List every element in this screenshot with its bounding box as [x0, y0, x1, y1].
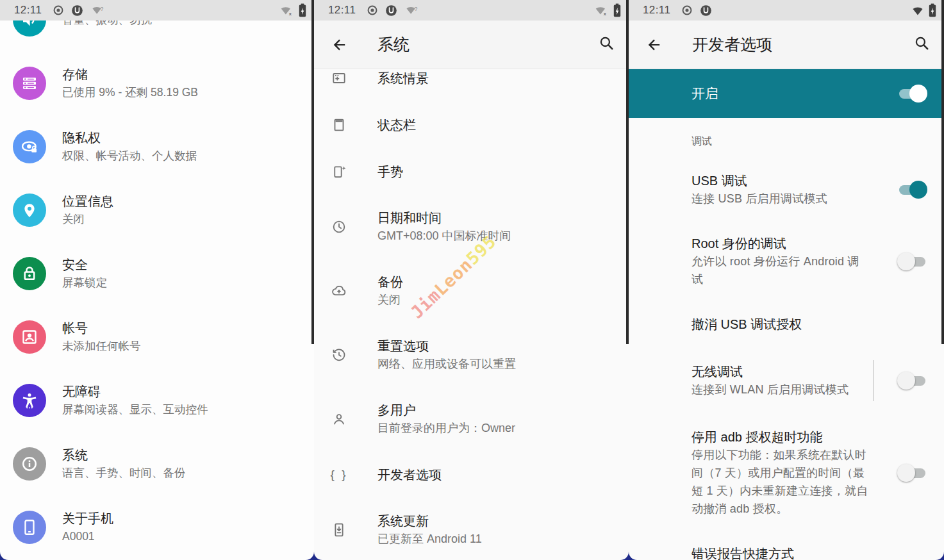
item-title: 停用 adb 授权超时功能 [691, 428, 869, 446]
item-subtitle: 未添加任何帐号 [62, 337, 141, 355]
toggle-switch-off[interactable] [897, 463, 927, 482]
section-header-debugging: 调试 [691, 135, 927, 149]
collage-divider [626, 0, 629, 344]
item-subtitle: 关闭 [377, 291, 403, 309]
settings-item-无障碍[interactable]: 无障碍屏幕阅读器、显示、互动控件 [0, 368, 314, 432]
dev-option-撤消 USB 调试授权[interactable]: 撤消 USB 调试授权 [691, 315, 927, 333]
item-subtitle: 停用以下功能：如果系统在默认时间（7 天）或用户配置的时间（最短 1 天）内未重… [691, 446, 869, 518]
item-subtitle: A0001 [62, 527, 113, 545]
back-arrow-icon[interactable] [314, 37, 364, 53]
settings-item-帐号[interactable]: 帐号未添加任何帐号 [0, 305, 314, 368]
svg-text:?: ? [415, 6, 418, 12]
braces-icon: { } [331, 466, 347, 483]
page-title: 开发者选项 [692, 34, 772, 55]
scene-icon [331, 70, 347, 86]
item-title: 关于手机 [62, 509, 113, 527]
settings-item-位置信息[interactable]: 位置信息关闭 [0, 178, 314, 242]
item-title: 错误报告快捷方式 [691, 545, 869, 560]
item-title: 开发者选项 [377, 466, 442, 484]
item-subtitle: 屏幕阅读器、显示、互动控件 [62, 400, 208, 418]
settings-item-存储[interactable]: 存储已使用 9% - 还剩 58.19 GB [0, 51, 314, 115]
item-subtitle: 允许以 root 身份运行 Android 调试 [691, 252, 869, 288]
system-info-icon [13, 447, 46, 481]
panel-developer-options: 12:11 开发者选项 开启 调试 USB 调试连接 USB 后启用调试模式Ro… [629, 0, 944, 560]
settings-list: 音量、振动、勿扰存储已使用 9% - 还剩 58.19 GB隐私权权限、帐号活动… [0, 21, 314, 560]
system-item-手势[interactable]: 手势 [314, 148, 629, 195]
dev-option-停用 adb 授权超时功能[interactable]: 停用 adb 授权超时功能停用以下功能：如果系统在默认时间（7 天）或用户配置的… [691, 428, 927, 518]
wifi-question-icon: ? [90, 4, 106, 16]
developer-options-master-banner: 开启 [629, 69, 944, 118]
dev-option-错误报告快捷方式[interactable]: 错误报告快捷方式 [691, 545, 927, 560]
page-title: 系统 [377, 34, 410, 55]
system-item-系统更新[interactable]: 系统更新已更新至 Android 11 [314, 498, 629, 560]
item-subtitle: 连接到 WLAN 后启用调试模式 [691, 381, 869, 399]
system-item-开发者选项[interactable]: { }开发者选项 [314, 451, 629, 498]
search-icon [599, 35, 615, 54]
status-bar: 12:11 [629, 0, 944, 21]
settings-item-关于手机[interactable]: 关于手机A0001 [0, 495, 314, 559]
back-arrow-icon[interactable] [629, 37, 679, 53]
item-subtitle: 已使用 9% - 还剩 58.19 GB [62, 83, 198, 101]
svg-text:?: ? [101, 6, 104, 12]
master-toggle-label: 开启 [691, 85, 897, 103]
developer-options-list: 调试 USB 调试连接 USB 后启用调试模式Root 身份的调试允许以 roo… [629, 118, 944, 560]
item-subtitle: 连接 USB 后启用调试模式 [691, 190, 869, 208]
item-title: 系统更新 [377, 512, 482, 530]
item-title: 撤消 USB 调试授权 [691, 315, 869, 333]
app-bar: 系统 [314, 21, 629, 69]
dev-option-USB 调试[interactable]: USB 调试连接 USB 后启用调试模式 [691, 172, 927, 208]
item-subtitle: 权限、帐号活动、个人数据 [62, 147, 197, 165]
item-title: USB 调试 [691, 172, 869, 190]
reset-icon [331, 347, 347, 363]
debug-u-icon [71, 4, 83, 17]
item-title: 存储 [62, 65, 198, 83]
toggle-switch-off[interactable] [897, 252, 927, 271]
settings-item-安全[interactable]: 安全屏幕锁定 [0, 242, 314, 305]
master-toggle-switch[interactable] [897, 84, 927, 103]
security-icon [13, 257, 46, 290]
item-title: 重置选项 [377, 337, 516, 355]
search-button[interactable] [599, 35, 615, 54]
status-time: 12:11 [643, 4, 670, 17]
panel-settings-home: 12:11 ? x 音量、振动、勿扰存储已使用 9% - 还剩 58.19 GB… [0, 0, 314, 560]
system-item-状态栏[interactable]: 状态栏 [314, 101, 629, 148]
record-icon [367, 4, 378, 16]
dev-option-Root 身份的调试[interactable]: Root 身份的调试允许以 root 身份运行 Android 调试 [691, 235, 927, 288]
item-title: 系统 [62, 446, 186, 464]
toggle-divider [873, 360, 874, 401]
item-subtitle: 目前登录的用户为：Owner [377, 419, 515, 437]
wifi-x-icon: x [593, 4, 609, 16]
storage-icon [13, 67, 46, 100]
system-settings-list: 系统情景状态栏手势日期和时间GMT+08:00 中国标准时间备份关闭重置选项网络… [314, 69, 629, 560]
item-title: 日期和时间 [377, 209, 511, 227]
search-button[interactable] [914, 35, 930, 54]
system-item-重置选项[interactable]: 重置选项网络、应用或设备可以重置 [314, 323, 629, 387]
system-item-多用户[interactable]: 多用户目前登录的用户为：Owner [314, 387, 629, 451]
item-title: 备份 [377, 273, 403, 291]
status-time: 12:11 [14, 4, 42, 17]
item-title: Root 身份的调试 [691, 235, 869, 252]
gesture-icon [331, 163, 347, 180]
clock-icon [331, 218, 347, 235]
toggle-switch-off[interactable] [897, 371, 927, 390]
panel-system: 12:11 ? x 系统 系统情景状态栏手势日期和时间GMT+08:00 中国标… [314, 0, 629, 560]
dev-option-无线调试[interactable]: 无线调试连接到 WLAN 后启用调试模式 [691, 360, 927, 401]
item-title: 状态栏 [377, 116, 416, 134]
item-subtitle: 屏幕锁定 [62, 274, 107, 292]
collage-divider [311, 0, 314, 344]
settings-item-系统[interactable]: 系统语言、手势、时间、备份 [0, 432, 314, 495]
status-time: 12:11 [328, 4, 356, 17]
debug-u-icon [385, 4, 397, 17]
battery-charging-icon [613, 3, 621, 17]
item-subtitle: 语言、手势、时间、备份 [62, 464, 186, 482]
user-icon [331, 411, 347, 427]
toggle-switch-on[interactable] [897, 180, 927, 199]
update-icon [331, 522, 347, 538]
item-title: 系统情景 [377, 69, 429, 87]
item-title: 手势 [377, 163, 403, 181]
settings-item-隐私权[interactable]: 隐私权权限、帐号活动、个人数据 [0, 115, 314, 178]
collage-divider [941, 0, 944, 344]
location-icon [13, 194, 46, 227]
record-icon [681, 4, 693, 16]
svg-text:x: x [289, 11, 292, 17]
